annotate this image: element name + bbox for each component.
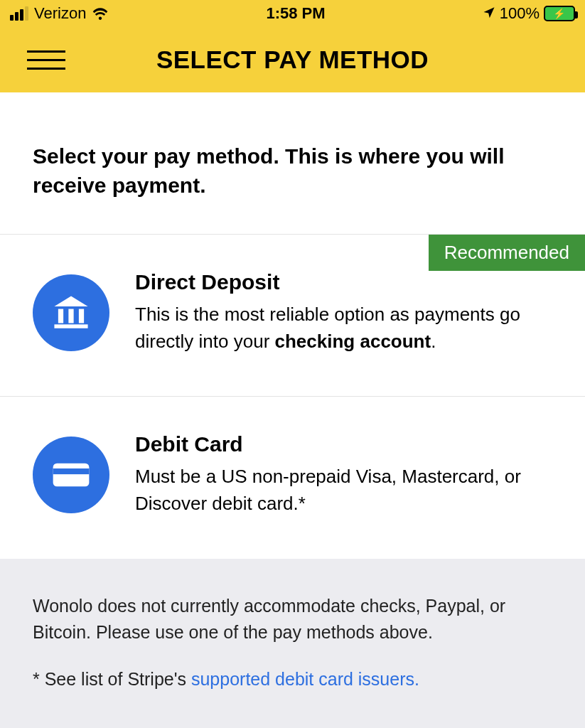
battery-pct: 100% [500, 4, 540, 23]
svg-rect-6 [53, 469, 90, 474]
carrier-label: Verizon [34, 4, 86, 23]
option-debit-card[interactable]: Debit Card Must be a US non-prepaid Visa… [0, 396, 585, 558]
battery-icon: ⚡ [544, 6, 575, 21]
option-title: Direct Deposit [135, 270, 552, 294]
page-title: SELECT PAY METHOD [0, 46, 585, 74]
option-title: Debit Card [135, 432, 552, 456]
card-icon [33, 437, 109, 513]
status-right: 100% ⚡ [483, 4, 575, 23]
option-desc: This is the most reliable option as paym… [135, 301, 552, 355]
svg-rect-1 [58, 309, 63, 323]
option-body: Debit Card Must be a US non-prepaid Visa… [135, 432, 552, 517]
supported-issuers-link[interactable]: supported debit card issuers. [191, 669, 419, 689]
footer-note: Wonolo does not currently accommodate ch… [0, 559, 585, 728]
location-icon [483, 4, 495, 23]
intro-section: Select your pay method. This is where yo… [0, 92, 585, 234]
option-body: Direct Deposit This is the most reliable… [135, 270, 552, 355]
desc-suffix: . [431, 331, 436, 352]
menu-button[interactable] [27, 50, 65, 70]
nav-header: SELECT PAY METHOD [0, 27, 585, 92]
desc-bold: checking account [275, 331, 431, 352]
svg-rect-4 [54, 324, 87, 328]
status-left: Verizon [10, 4, 109, 23]
option-direct-deposit[interactable]: Recommended Direct Deposit This is the m… [0, 234, 585, 396]
svg-rect-2 [68, 309, 73, 323]
svg-rect-3 [79, 309, 84, 323]
status-time: 1:58 PM [266, 4, 325, 23]
svg-rect-5 [53, 464, 90, 487]
recommended-badge: Recommended [429, 235, 585, 271]
bank-icon [33, 274, 109, 351]
status-bar: Verizon 1:58 PM 100% ⚡ [0, 0, 585, 27]
svg-marker-0 [54, 296, 87, 306]
footer-text: Wonolo does not currently accommodate ch… [33, 593, 552, 646]
option-desc: Must be a US non-prepaid Visa, Mastercar… [135, 464, 552, 517]
signal-icon [10, 6, 28, 21]
intro-text: Select your pay method. This is where yo… [33, 142, 552, 200]
wifi-icon [92, 7, 109, 20]
footer-asterisk: * See list of Stripe's supported debit c… [33, 666, 552, 693]
asterisk-prefix: * See list of Stripe's [33, 669, 191, 689]
